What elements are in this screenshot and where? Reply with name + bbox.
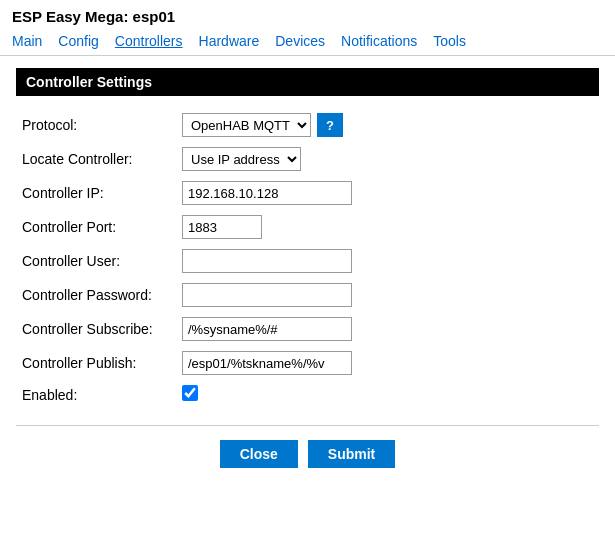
controller-ip-label: Controller IP: [16, 176, 176, 210]
controller-password-input[interactable] [182, 283, 352, 307]
controller-user-input[interactable] [182, 249, 352, 273]
section-header-row: Controller Settings [16, 68, 599, 96]
controller-port-input[interactable] [182, 215, 262, 239]
nav-hardware[interactable]: Hardware [199, 33, 260, 49]
main-content: Controller Settings Protocol: OpenHAB MQ… [0, 56, 615, 496]
controller-subscribe-row: Controller Subscribe: [16, 312, 599, 346]
enabled-row: Enabled: [16, 380, 599, 409]
enabled-checkbox[interactable] [182, 385, 198, 401]
enabled-label: Enabled: [16, 380, 176, 409]
enabled-cell [176, 380, 599, 409]
controller-publish-row: Controller Publish: [16, 346, 599, 380]
controller-ip-row: Controller IP: [16, 176, 599, 210]
nav-config[interactable]: Config [58, 33, 98, 49]
nav-notifications[interactable]: Notifications [341, 33, 417, 49]
locate-controller-select[interactable]: Use IP address Use mDNS [182, 147, 301, 171]
controller-publish-input[interactable] [182, 351, 352, 375]
locate-controller-cell: Use IP address Use mDNS [176, 142, 599, 176]
controller-subscribe-label: Controller Subscribe: [16, 312, 176, 346]
help-button[interactable]: ? [317, 113, 343, 137]
protocol-input-group: OpenHAB MQTT Domoticz HTTP Domoticz MQTT… [182, 113, 593, 137]
controller-user-row: Controller User: [16, 244, 599, 278]
section-header: Controller Settings [16, 68, 176, 96]
nav-bar: Main Config Controllers Hardware Devices… [0, 29, 615, 56]
title-text: ESP Easy Mega: esp01 [12, 8, 175, 25]
form-table: Protocol: OpenHAB MQTT Domoticz HTTP Dom… [16, 108, 599, 409]
nav-main[interactable]: Main [12, 33, 42, 49]
controller-password-row: Controller Password: [16, 278, 599, 312]
protocol-cell: OpenHAB MQTT Domoticz HTTP Domoticz MQTT… [176, 108, 599, 142]
controller-port-row: Controller Port: [16, 210, 599, 244]
protocol-row: Protocol: OpenHAB MQTT Domoticz HTTP Dom… [16, 108, 599, 142]
controller-ip-cell [176, 176, 599, 210]
divider [16, 425, 599, 426]
controller-subscribe-input[interactable] [182, 317, 352, 341]
protocol-label: Protocol: [16, 108, 176, 142]
controller-publish-label: Controller Publish: [16, 346, 176, 380]
controller-user-label: Controller User: [16, 244, 176, 278]
controller-publish-cell [176, 346, 599, 380]
controller-user-cell [176, 244, 599, 278]
close-button[interactable]: Close [220, 440, 298, 468]
protocol-select[interactable]: OpenHAB MQTT Domoticz HTTP Domoticz MQTT… [182, 113, 311, 137]
locate-controller-label: Locate Controller: [16, 142, 176, 176]
nav-controllers[interactable]: Controllers [115, 33, 183, 49]
button-row: Close Submit [16, 440, 599, 484]
controller-ip-input[interactable] [182, 181, 352, 205]
nav-devices[interactable]: Devices [275, 33, 325, 49]
locate-controller-row: Locate Controller: Use IP address Use mD… [16, 142, 599, 176]
controller-subscribe-cell [176, 312, 599, 346]
controller-port-label: Controller Port: [16, 210, 176, 244]
controller-port-cell [176, 210, 599, 244]
nav-tools[interactable]: Tools [433, 33, 466, 49]
controller-password-label: Controller Password: [16, 278, 176, 312]
submit-button[interactable]: Submit [308, 440, 395, 468]
title-bar: ESP Easy Mega: esp01 [0, 0, 615, 29]
controller-password-cell [176, 278, 599, 312]
